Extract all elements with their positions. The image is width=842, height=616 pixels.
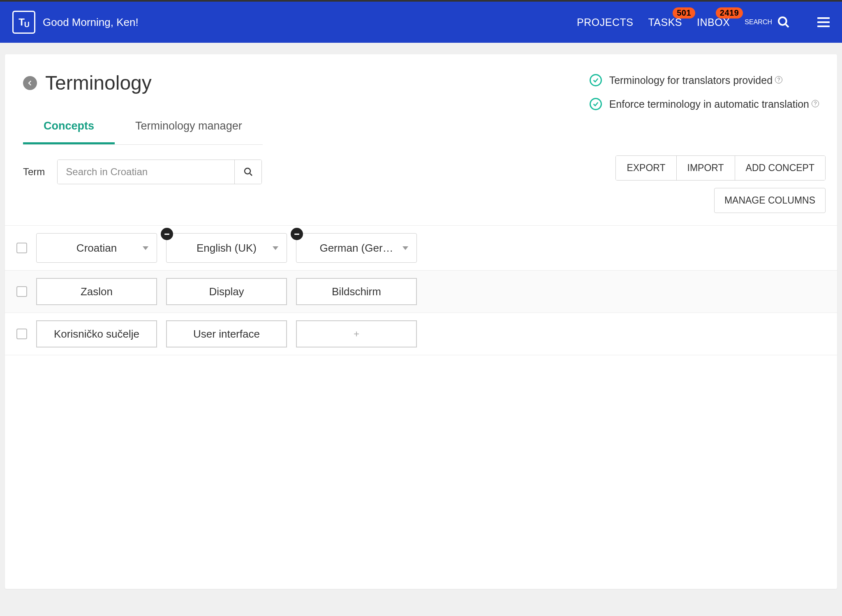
search-input[interactable] [58, 160, 234, 184]
search-icon [243, 167, 253, 177]
top-navbar: TU Good Morning, Ken! PROJECTS TASKS 501… [0, 0, 842, 43]
language-select[interactable]: Croatian [36, 233, 157, 263]
arrow-left-icon [26, 79, 34, 87]
remove-column-icon[interactable] [291, 228, 303, 240]
column-header-row: CroatianEnglish (UK)German (Ger… [5, 225, 837, 271]
table-row: Korisničko sučeljeUser interface+ [5, 313, 837, 355]
menu-icon[interactable] [817, 17, 830, 27]
nav-projects[interactable]: PROJECTS [577, 16, 633, 28]
nav-tasks[interactable]: TASKS 501 [648, 16, 682, 28]
import-button[interactable]: IMPORT [677, 156, 735, 180]
nav-inbox[interactable]: INBOX 2419 [697, 16, 730, 28]
add-concept-button[interactable]: ADD CONCEPT [735, 156, 825, 180]
page-title: Terminology [45, 72, 152, 94]
select-all-checkbox[interactable] [16, 243, 27, 253]
add-term-cell[interactable]: + [296, 320, 417, 347]
table-row: ZaslonDisplayBildschirm [5, 271, 837, 313]
main-content: Terminology Concepts Terminology manager… [5, 54, 837, 589]
help-icon[interactable]: ? [812, 100, 819, 107]
toolbar: Term EXPORT IMPORT ADD CONCEPT MANAGE CO… [5, 145, 837, 213]
status-translators-provided: Terminology for translators provided? [590, 74, 819, 86]
terminology-grid: CroatianEnglish (UK)German (Ger… ZaslonD… [5, 225, 837, 355]
term-cell[interactable]: Zaslon [36, 278, 157, 305]
term-cell[interactable]: Bildschirm [296, 278, 417, 305]
greeting-text: Good Morning, Ken! [43, 16, 139, 29]
status-text-2: Enforce terminology in automatic transla… [609, 98, 819, 110]
status-text-1: Terminology for translators provided? [609, 74, 782, 86]
term-cell[interactable]: Korisničko sučelje [36, 320, 157, 347]
back-button[interactable] [23, 76, 37, 90]
help-icon[interactable]: ? [775, 76, 782, 83]
language-select[interactable]: English (UK) [166, 233, 287, 263]
chevron-down-icon [273, 246, 278, 250]
manage-columns-button[interactable]: MANAGE COLUMNS [714, 188, 826, 213]
check-icon [590, 74, 602, 86]
chevron-down-icon [402, 246, 408, 250]
remove-column-icon[interactable] [161, 228, 173, 240]
tasks-badge: 501 [673, 7, 695, 19]
language-select[interactable]: German (Ger… [296, 233, 417, 263]
term-label: Term [23, 155, 45, 178]
search-icon [777, 16, 790, 29]
language-column-2: German (Ger… [296, 233, 417, 263]
row-checkbox[interactable] [16, 329, 27, 339]
row-checkbox[interactable] [16, 286, 27, 297]
tab-terminology-manager[interactable]: Terminology manager [115, 114, 263, 144]
plus-icon: + [354, 328, 359, 340]
check-icon [590, 98, 602, 110]
svg-line-1 [786, 24, 789, 27]
tab-concepts[interactable]: Concepts [23, 114, 115, 144]
logo-text: TU [19, 16, 29, 28]
nav-search[interactable]: SEARCH [745, 16, 790, 29]
language-column-1: English (UK) [166, 233, 287, 263]
status-enforce-terminology: Enforce terminology in automatic transla… [590, 98, 819, 110]
search-button[interactable] [234, 160, 261, 184]
term-cell[interactable]: User interface [166, 320, 287, 347]
svg-line-3 [250, 174, 252, 176]
nav-search-label: SEARCH [745, 19, 772, 26]
inbox-badge: 2419 [716, 7, 743, 19]
svg-point-2 [245, 168, 250, 174]
svg-point-0 [779, 17, 786, 25]
action-button-group: EXPORT IMPORT ADD CONCEPT [615, 155, 826, 181]
tabs: Concepts Terminology manager [23, 114, 263, 145]
chevron-down-icon [143, 246, 148, 250]
term-cell[interactable]: Display [166, 278, 287, 305]
export-button[interactable]: EXPORT [616, 156, 676, 180]
language-column-0: Croatian [36, 233, 157, 263]
logo[interactable]: TU [12, 11, 35, 34]
search-container [57, 160, 262, 184]
